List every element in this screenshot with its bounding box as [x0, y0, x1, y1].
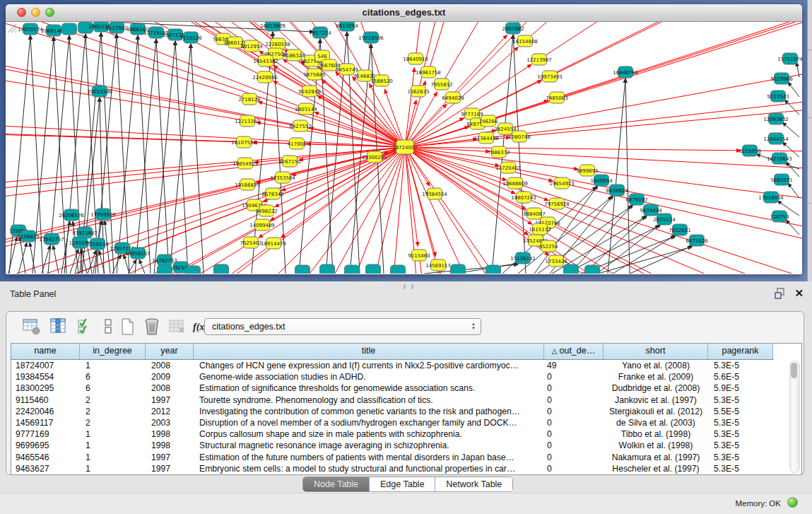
graph-node[interactable]: 16154808 — [512, 35, 538, 47]
table-row[interactable]: 969969511998Structural magnetic resonanc… — [11, 440, 801, 451]
graph-node[interactable]: 7625402 — [240, 237, 261, 248]
table-row[interactable]: 1872400712008Changes of HCN gene express… — [11, 360, 801, 371]
graph-node[interactable]: 2718126 — [238, 93, 261, 105]
delete-table-icon[interactable] — [167, 317, 187, 336]
close-panel-icon[interactable]: ✕ — [794, 288, 804, 299]
new-column-icon[interactable] — [118, 317, 138, 336]
graph-node[interactable]: 22420046 — [252, 71, 278, 83]
graph-node[interactable]: 5692971 — [770, 174, 792, 185]
graph-node[interactable]: 8813054 — [336, 22, 358, 31]
table-mode-icon[interactable] — [22, 317, 42, 336]
table-row[interactable]: 1456911722003Disruption of a novel membe… — [11, 417, 801, 428]
graph-node[interactable] — [158, 265, 172, 274]
column-header-out_de[interactable]: △out_de… — [544, 344, 604, 359]
graph-node[interactable]: 7857224 — [309, 27, 331, 38]
table-row[interactable]: 977716911998Corpus callosum shape and si… — [11, 428, 801, 440]
graph-node[interactable]: 16210643 — [767, 153, 792, 164]
graph-node[interactable] — [564, 264, 579, 274]
graph-node[interactable] — [451, 264, 466, 274]
table-scrollbar[interactable] — [789, 361, 800, 473]
graph-node[interactable]: 14035574 — [18, 23, 43, 35]
graph-node[interactable] — [214, 264, 229, 274]
graph-node[interactable]: 417008 — [288, 138, 307, 149]
close-window-button[interactable] — [17, 8, 26, 17]
graph-node[interactable]: 15720407 — [495, 162, 521, 173]
graph-node[interactable]: 17359928 — [90, 209, 116, 220]
select-columns-icon[interactable] — [76, 317, 95, 336]
graph-node[interactable]: 746266 — [479, 115, 498, 127]
column-header-short[interactable]: short — [604, 344, 708, 359]
table-row[interactable]: 1938455462009Genome-wide association stu… — [11, 371, 801, 382]
tab-edge-table[interactable]: Edge Table — [369, 477, 435, 491]
table-row[interactable]: 2242004622012Investigating the contribut… — [11, 406, 801, 417]
table-row[interactable]: 911546021997Tourette syndrome. Phenomeno… — [11, 395, 801, 406]
graph-node[interactable]: 10688609 — [502, 177, 528, 189]
table-row[interactable]: 1830029562008Estimation of significance … — [11, 382, 801, 394]
graph-node[interactable] — [486, 265, 501, 274]
scrollbar-thumb[interactable] — [791, 363, 797, 378]
graph-node[interactable] — [186, 266, 201, 274]
graph-node[interactable] — [295, 265, 310, 274]
table-selector-dropdown[interactable]: citations_edges.txt ▲▼ — [204, 318, 481, 335]
memory-status-indicator[interactable] — [787, 497, 798, 508]
float-panel-icon[interactable] — [775, 288, 786, 299]
column-header-in_degree[interactable]: in_degree — [80, 344, 146, 359]
graph-node[interactable] — [391, 265, 406, 274]
graph-node[interactable]: 12444154 — [763, 133, 789, 144]
graph-node[interactable]: 13942757 — [39, 233, 64, 245]
graph-node[interactable]: 2687682 — [502, 23, 524, 34]
graph-node[interactable]: 20206576 — [59, 209, 84, 221]
rows-icon[interactable] — [98, 317, 118, 336]
graph-node[interactable]: 9115460 — [408, 250, 430, 261]
column-header-title[interactable]: title — [194, 344, 544, 359]
show-columns-icon[interactable] — [49, 317, 69, 336]
graph-node[interactable]: 14569117 — [425, 259, 451, 271]
graph-node[interactable]: 15751074 — [777, 53, 802, 64]
graph-node[interactable]: 12093832 — [763, 113, 789, 124]
tab-node-table[interactable]: Node Table — [303, 477, 369, 491]
graph-node[interactable]: 19384554 — [422, 188, 447, 199]
graph-node[interactable]: 8427552 — [289, 120, 311, 132]
column-header-name[interactable]: name — [11, 344, 80, 359]
graph-node[interactable]: 6879197 — [625, 194, 647, 205]
graph-node[interactable]: 7632621 — [669, 224, 690, 235]
graph-node[interactable]: 452254 — [539, 240, 558, 252]
graph-node[interactable]: 9899695 — [576, 165, 598, 176]
citation-network-graph[interactable]: 1872400776638228860128891295422260538982… — [6, 22, 802, 274]
graph-node[interactable] — [320, 264, 335, 274]
graph-node[interactable]: 7955812 — [430, 78, 452, 90]
network-window-titlebar[interactable]: citations_edges.txt — [6, 4, 802, 22]
table-row[interactable]: 946362711997Embryonic stem cells: a mode… — [11, 463, 801, 474]
graph-node[interactable]: 19654923 — [549, 177, 575, 189]
graph-node[interactable] — [345, 265, 360, 274]
graph-node[interactable]: 1362615 — [407, 86, 429, 97]
resize-grip[interactable] — [6, 22, 17, 33]
column-header-pagerank[interactable]: pagerank — [708, 344, 773, 359]
graph-node[interactable]: 16961758 — [416, 66, 441, 78]
graph-node[interactable] — [62, 23, 77, 35]
splitter-handle[interactable] — [404, 284, 413, 289]
column-header-year[interactable]: year — [146, 344, 194, 359]
graph-node[interactable]: 116753 — [770, 211, 789, 222]
graph-node[interactable] — [366, 264, 381, 274]
minimize-window-button[interactable] — [31, 8, 40, 17]
graph-node[interactable]: 9227343 — [767, 90, 789, 102]
table-row[interactable]: 946554611997Estimation of the future num… — [11, 452, 801, 463]
network-canvas[interactable]: 1872400776638228860128891295422260538982… — [6, 22, 802, 274]
graph-hub-node[interactable]: 18724007 — [392, 140, 418, 154]
graph-node[interactable]: 9329966 — [770, 73, 793, 84]
graph-node[interactable]: 17016504 — [758, 192, 784, 203]
graph-node[interactable]: 14099489 — [249, 219, 275, 230]
graph-node[interactable]: 19854925 — [233, 158, 258, 169]
graph-node[interactable]: 12213967 — [526, 54, 552, 65]
graph-node[interactable]: 8267150 — [278, 156, 300, 167]
graph-node[interactable] — [585, 265, 600, 274]
graph-node[interactable]: 16648784 — [613, 66, 638, 78]
graph-node[interactable]: 18640910 — [403, 53, 428, 64]
graph-node[interactable]: 6471626 — [686, 235, 708, 246]
graph-node[interactable]: 19218506 — [358, 32, 384, 43]
graph-node[interactable]: 8678342 — [261, 188, 283, 199]
delete-column-icon[interactable] — [142, 317, 162, 336]
graph-node[interactable]: 6494028 — [442, 92, 464, 103]
zoom-window-button[interactable] — [45, 8, 54, 17]
